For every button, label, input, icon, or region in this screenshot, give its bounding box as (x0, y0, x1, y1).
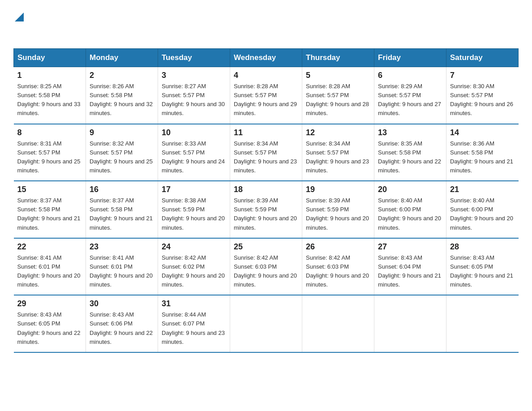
calendar-cell: 14 Sunrise: 8:36 AMSunset: 5:58 PMDaylig… (446, 124, 519, 181)
day-number: 22 (17, 242, 82, 252)
day-info: Sunrise: 8:39 AMSunset: 5:59 PMDaylight:… (234, 197, 297, 231)
calendar-cell: 4 Sunrise: 8:28 AMSunset: 5:57 PMDayligh… (230, 67, 302, 124)
day-info: Sunrise: 8:30 AMSunset: 5:57 PMDaylight:… (450, 83, 513, 116)
day-info: Sunrise: 8:42 AMSunset: 6:02 PMDaylight:… (162, 254, 225, 288)
day-number: 27 (378, 242, 442, 252)
day-number: 28 (450, 242, 515, 252)
calendar-cell: 8 Sunrise: 8:31 AMSunset: 5:57 PMDayligh… (14, 124, 86, 181)
day-number: 20 (378, 185, 442, 194)
day-number: 18 (234, 185, 298, 194)
day-number: 3 (162, 71, 226, 80)
day-number: 1 (17, 71, 82, 80)
day-info: Sunrise: 8:42 AMSunset: 6:03 PMDaylight:… (306, 254, 369, 288)
day-number: 6 (378, 71, 442, 80)
calendar-cell: 2 Sunrise: 8:26 AMSunset: 5:58 PMDayligh… (86, 67, 158, 124)
day-info: Sunrise: 8:41 AMSunset: 6:01 PMDaylight:… (17, 254, 81, 288)
day-number: 11 (234, 128, 298, 137)
svg-marker-0 (15, 13, 24, 21)
day-info: Sunrise: 8:37 AMSunset: 5:58 PMDaylight:… (17, 197, 81, 231)
calendar-cell (446, 295, 519, 352)
day-number: 17 (162, 185, 226, 194)
day-info: Sunrise: 8:34 AMSunset: 5:57 PMDaylight:… (234, 140, 297, 174)
day-number: 23 (90, 242, 154, 252)
col-saturday: Saturday (446, 49, 519, 67)
day-number: 7 (450, 71, 515, 80)
day-number: 26 (306, 242, 370, 252)
calendar-cell: 15 Sunrise: 8:37 AMSunset: 5:58 PMDaylig… (14, 181, 86, 238)
col-friday: Friday (374, 49, 446, 67)
calendar-week-row: 1 Sunrise: 8:25 AMSunset: 5:58 PMDayligh… (14, 67, 519, 124)
calendar-cell: 22 Sunrise: 8:41 AMSunset: 6:01 PMDaylig… (14, 238, 86, 295)
day-info: Sunrise: 8:44 AMSunset: 6:07 PMDaylight:… (162, 311, 225, 345)
calendar-week-row: 8 Sunrise: 8:31 AMSunset: 5:57 PMDayligh… (14, 124, 519, 181)
day-info: Sunrise: 8:28 AMSunset: 5:57 PMDaylight:… (234, 83, 297, 116)
calendar-cell: 31 Sunrise: 8:44 AMSunset: 6:07 PMDaylig… (158, 295, 230, 352)
day-info: Sunrise: 8:29 AMSunset: 5:57 PMDaylight:… (378, 83, 441, 116)
day-info: Sunrise: 8:35 AMSunset: 5:58 PMDaylight:… (378, 140, 441, 174)
calendar-cell: 20 Sunrise: 8:40 AMSunset: 6:00 PMDaylig… (374, 181, 446, 238)
day-number: 29 (17, 299, 82, 308)
day-info: Sunrise: 8:43 AMSunset: 6:05 PMDaylight:… (450, 254, 513, 288)
day-number: 25 (234, 242, 298, 252)
day-info: Sunrise: 8:41 AMSunset: 6:01 PMDaylight:… (90, 254, 153, 288)
page-header (13, 9, 519, 39)
col-tuesday: Tuesday (158, 49, 230, 67)
day-info: Sunrise: 8:40 AMSunset: 6:00 PMDaylight:… (450, 197, 513, 231)
day-info: Sunrise: 8:26 AMSunset: 5:58 PMDaylight:… (90, 83, 153, 116)
calendar-cell: 13 Sunrise: 8:35 AMSunset: 5:58 PMDaylig… (374, 124, 446, 181)
calendar-body: 1 Sunrise: 8:25 AMSunset: 5:58 PMDayligh… (14, 67, 519, 352)
day-info: Sunrise: 8:43 AMSunset: 6:06 PMDaylight:… (90, 311, 153, 345)
logo (13, 13, 24, 39)
calendar-header: Sunday Monday Tuesday Wednesday Thursday… (14, 49, 519, 67)
day-number: 30 (90, 299, 154, 308)
col-monday: Monday (86, 49, 158, 67)
day-number: 8 (17, 128, 82, 137)
calendar-cell: 25 Sunrise: 8:42 AMSunset: 6:03 PMDaylig… (230, 238, 302, 295)
col-sunday: Sunday (14, 49, 86, 67)
day-info: Sunrise: 8:25 AMSunset: 5:58 PMDaylight:… (17, 83, 81, 116)
calendar-week-row: 15 Sunrise: 8:37 AMSunset: 5:58 PMDaylig… (14, 181, 519, 238)
day-info: Sunrise: 8:27 AMSunset: 5:57 PMDaylight:… (162, 83, 225, 116)
calendar-cell: 11 Sunrise: 8:34 AMSunset: 5:57 PMDaylig… (230, 124, 302, 181)
calendar-cell (374, 295, 446, 352)
calendar-week-row: 22 Sunrise: 8:41 AMSunset: 6:01 PMDaylig… (14, 238, 519, 295)
calendar-cell: 5 Sunrise: 8:28 AMSunset: 5:57 PMDayligh… (302, 67, 374, 124)
calendar-cell: 12 Sunrise: 8:34 AMSunset: 5:57 PMDaylig… (302, 124, 374, 181)
day-number: 15 (17, 185, 82, 194)
calendar-cell: 16 Sunrise: 8:37 AMSunset: 5:58 PMDaylig… (86, 181, 158, 238)
day-info: Sunrise: 8:43 AMSunset: 6:04 PMDaylight:… (378, 254, 441, 288)
day-info: Sunrise: 8:33 AMSunset: 5:57 PMDaylight:… (162, 140, 225, 174)
calendar-cell: 21 Sunrise: 8:40 AMSunset: 6:00 PMDaylig… (446, 181, 519, 238)
calendar-cell: 7 Sunrise: 8:30 AMSunset: 5:57 PMDayligh… (446, 67, 519, 124)
day-info: Sunrise: 8:40 AMSunset: 6:00 PMDaylight:… (378, 197, 441, 231)
calendar-cell: 27 Sunrise: 8:43 AMSunset: 6:04 PMDaylig… (374, 238, 446, 295)
calendar-cell: 18 Sunrise: 8:39 AMSunset: 5:59 PMDaylig… (230, 181, 302, 238)
col-thursday: Thursday (302, 49, 374, 67)
col-wednesday: Wednesday (230, 49, 302, 67)
header-row: Sunday Monday Tuesday Wednesday Thursday… (14, 49, 519, 67)
logo-arrow-icon (15, 13, 24, 23)
calendar-cell: 26 Sunrise: 8:42 AMSunset: 6:03 PMDaylig… (302, 238, 374, 295)
day-info: Sunrise: 8:39 AMSunset: 5:59 PMDaylight:… (306, 197, 369, 231)
calendar-week-row: 29 Sunrise: 8:43 AMSunset: 6:05 PMDaylig… (14, 295, 519, 352)
calendar-cell (302, 295, 374, 352)
day-info: Sunrise: 8:37 AMSunset: 5:58 PMDaylight:… (90, 197, 153, 231)
day-number: 9 (90, 128, 154, 137)
day-info: Sunrise: 8:43 AMSunset: 6:05 PMDaylight:… (17, 311, 81, 345)
day-number: 12 (306, 128, 370, 137)
day-number: 10 (162, 128, 226, 137)
day-info: Sunrise: 8:38 AMSunset: 5:59 PMDaylight:… (162, 197, 225, 231)
day-number: 13 (378, 128, 442, 137)
day-number: 5 (306, 71, 370, 80)
day-number: 24 (162, 242, 226, 252)
day-info: Sunrise: 8:36 AMSunset: 5:58 PMDaylight:… (450, 140, 513, 174)
day-info: Sunrise: 8:28 AMSunset: 5:57 PMDaylight:… (306, 83, 369, 116)
calendar-cell: 29 Sunrise: 8:43 AMSunset: 6:05 PMDaylig… (14, 295, 86, 352)
calendar-cell: 24 Sunrise: 8:42 AMSunset: 6:02 PMDaylig… (158, 238, 230, 295)
calendar-cell: 10 Sunrise: 8:33 AMSunset: 5:57 PMDaylig… (158, 124, 230, 181)
day-info: Sunrise: 8:34 AMSunset: 5:57 PMDaylight:… (306, 140, 369, 174)
calendar-cell: 6 Sunrise: 8:29 AMSunset: 5:57 PMDayligh… (374, 67, 446, 124)
day-info: Sunrise: 8:32 AMSunset: 5:57 PMDaylight:… (90, 140, 153, 174)
day-number: 16 (90, 185, 154, 194)
day-info: Sunrise: 8:31 AMSunset: 5:57 PMDaylight:… (17, 140, 81, 174)
